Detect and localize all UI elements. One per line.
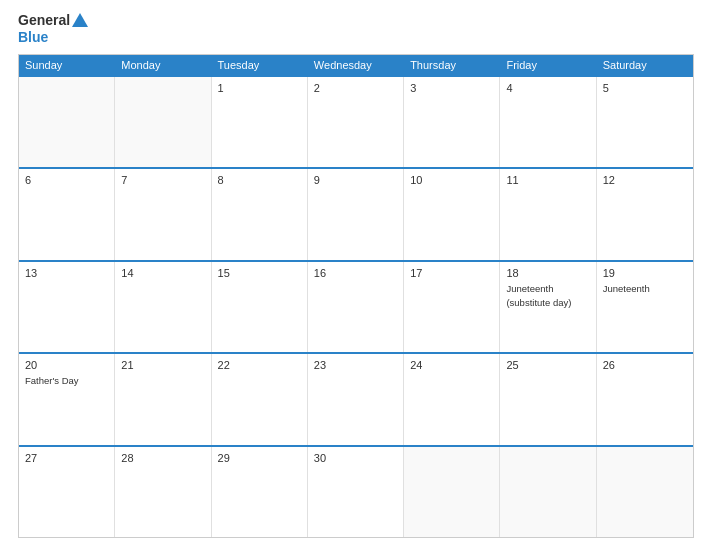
day-number: 12 xyxy=(603,174,687,186)
day-cell xyxy=(500,447,596,537)
day-number: 22 xyxy=(218,359,301,371)
logo: GeneralBlue xyxy=(18,12,88,46)
day-cell: 2 xyxy=(308,77,404,167)
day-cell: 5 xyxy=(597,77,693,167)
day-cell xyxy=(404,447,500,537)
day-cell: 27 xyxy=(19,447,115,537)
day-cell: 1 xyxy=(212,77,308,167)
day-number: 25 xyxy=(506,359,589,371)
day-number: 29 xyxy=(218,452,301,464)
day-header-monday: Monday xyxy=(115,55,211,75)
day-cell xyxy=(597,447,693,537)
day-number: 2 xyxy=(314,82,397,94)
day-number: 4 xyxy=(506,82,589,94)
day-cell: 12 xyxy=(597,169,693,259)
day-number: 1 xyxy=(218,82,301,94)
day-event: Juneteenth xyxy=(506,283,589,295)
day-event: (substitute day) xyxy=(506,297,589,309)
day-number: 15 xyxy=(218,267,301,279)
day-cell: 14 xyxy=(115,262,211,352)
day-event: Juneteenth xyxy=(603,283,687,295)
day-cell: 9 xyxy=(308,169,404,259)
day-cell: 24 xyxy=(404,354,500,444)
day-cell: 18Juneteenth(substitute day) xyxy=(500,262,596,352)
day-number: 6 xyxy=(25,174,108,186)
day-number: 5 xyxy=(603,82,687,94)
day-number: 21 xyxy=(121,359,204,371)
day-number: 10 xyxy=(410,174,493,186)
week-row-5: 27282930 xyxy=(19,445,693,537)
day-header-friday: Friday xyxy=(500,55,596,75)
day-cell xyxy=(115,77,211,167)
day-header-tuesday: Tuesday xyxy=(212,55,308,75)
day-cell: 15 xyxy=(212,262,308,352)
day-number: 14 xyxy=(121,267,204,279)
week-row-1: 12345 xyxy=(19,75,693,167)
day-cell: 4 xyxy=(500,77,596,167)
day-number: 8 xyxy=(218,174,301,186)
day-cell: 23 xyxy=(308,354,404,444)
day-header-wednesday: Wednesday xyxy=(308,55,404,75)
day-number: 13 xyxy=(25,267,108,279)
day-number: 18 xyxy=(506,267,589,279)
day-number: 17 xyxy=(410,267,493,279)
day-cell xyxy=(19,77,115,167)
logo-general-text: General xyxy=(18,12,70,29)
day-number: 9 xyxy=(314,174,397,186)
calendar-header: GeneralBlue xyxy=(0,0,712,54)
day-cell: 21 xyxy=(115,354,211,444)
week-row-3: 131415161718Juneteenth(substitute day)19… xyxy=(19,260,693,352)
day-cell: 19Juneteenth xyxy=(597,262,693,352)
day-headers-row: SundayMondayTuesdayWednesdayThursdayFrid… xyxy=(19,55,693,75)
day-cell: 6 xyxy=(19,169,115,259)
calendar-weeks: 123456789101112131415161718Juneteenth(su… xyxy=(19,75,693,537)
day-number: 30 xyxy=(314,452,397,464)
day-cell: 26 xyxy=(597,354,693,444)
day-cell: 22 xyxy=(212,354,308,444)
week-row-4: 20Father's Day212223242526 xyxy=(19,352,693,444)
day-cell: 8 xyxy=(212,169,308,259)
day-cell: 16 xyxy=(308,262,404,352)
day-header-thursday: Thursday xyxy=(404,55,500,75)
day-number: 16 xyxy=(314,267,397,279)
day-number: 26 xyxy=(603,359,687,371)
logo-triangle-icon xyxy=(72,13,88,27)
day-number: 3 xyxy=(410,82,493,94)
day-number: 11 xyxy=(506,174,589,186)
day-cell: 7 xyxy=(115,169,211,259)
day-cell: 10 xyxy=(404,169,500,259)
day-cell: 25 xyxy=(500,354,596,444)
day-number: 20 xyxy=(25,359,108,371)
day-number: 28 xyxy=(121,452,204,464)
day-cell: 11 xyxy=(500,169,596,259)
day-cell: 30 xyxy=(308,447,404,537)
day-cell: 28 xyxy=(115,447,211,537)
week-row-2: 6789101112 xyxy=(19,167,693,259)
day-number: 7 xyxy=(121,174,204,186)
day-cell: 3 xyxy=(404,77,500,167)
calendar-grid: SundayMondayTuesdayWednesdayThursdayFrid… xyxy=(18,54,694,538)
day-cell: 29 xyxy=(212,447,308,537)
day-number: 27 xyxy=(25,452,108,464)
day-number: 24 xyxy=(410,359,493,371)
day-cell: 17 xyxy=(404,262,500,352)
day-header-sunday: Sunday xyxy=(19,55,115,75)
day-number: 23 xyxy=(314,359,397,371)
day-cell: 13 xyxy=(19,262,115,352)
logo-blue-text: Blue xyxy=(18,29,48,46)
day-number: 19 xyxy=(603,267,687,279)
day-event: Father's Day xyxy=(25,375,108,387)
day-header-saturday: Saturday xyxy=(597,55,693,75)
day-cell: 20Father's Day xyxy=(19,354,115,444)
